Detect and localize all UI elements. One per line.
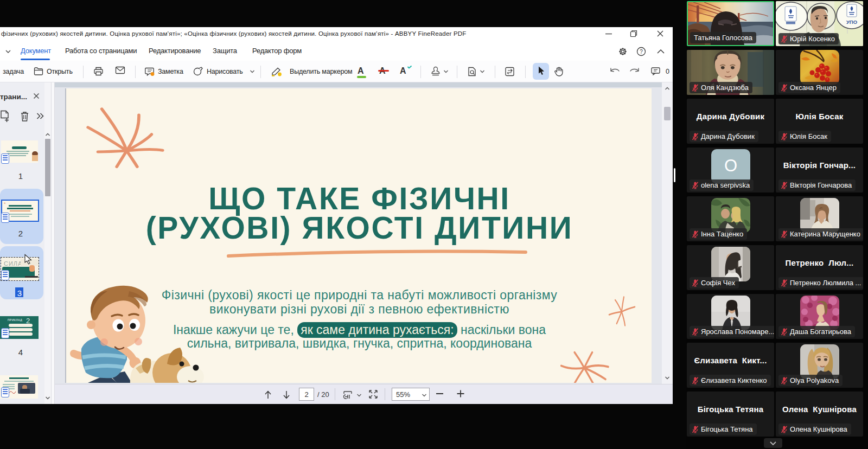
svg-text:?: ? [640,49,643,55]
svg-text:УПО: УПО [846,19,857,25]
